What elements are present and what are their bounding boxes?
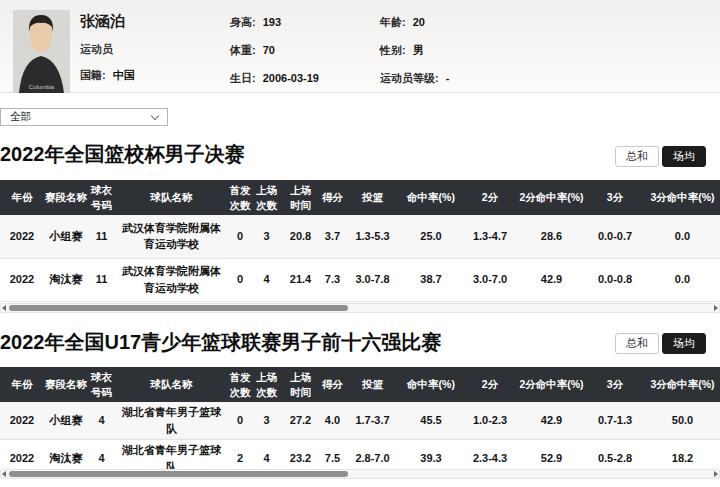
scrollbar-thumb[interactable]	[9, 305, 348, 311]
table-cell: 28.6	[518, 215, 585, 258]
column-header: 赛段名称	[44, 367, 88, 402]
table-cell: 20.8	[281, 215, 320, 258]
column-header: 命中率(%)	[400, 367, 462, 402]
table-cell: 0.0-0.8	[585, 258, 645, 301]
column-header: 上场 次数	[252, 367, 281, 402]
table-cell: 3	[252, 215, 281, 258]
table-cell: 淘汰赛	[44, 258, 88, 301]
per-game-toggle-button[interactable]: 场均	[662, 146, 706, 167]
field-label: 国籍:	[80, 69, 106, 81]
table-cell: 4.0	[320, 402, 345, 440]
scroll-left-arrow[interactable]	[2, 471, 6, 477]
table-cell: 武汉体育学院附属体育运动学校	[115, 258, 228, 301]
profile-field-gender: 性别:男	[380, 43, 449, 58]
profile-field-athlete-level: 运动员等级:-	[380, 71, 449, 86]
stat-mode-toggle-1: 总和 场均	[615, 146, 706, 167]
column-header: 首发 次数	[228, 180, 252, 215]
scroll-left-arrow[interactable]	[2, 305, 6, 311]
player-photo-image: Columbia	[13, 10, 70, 93]
column-header: 球队名称	[115, 367, 228, 402]
scroll-right-arrow[interactable]	[714, 305, 718, 311]
table-cell: 3.7	[320, 215, 345, 258]
player-role: 运动员	[80, 42, 135, 57]
table-cell: 3	[252, 402, 281, 440]
column-header: 首发 次数	[228, 367, 252, 402]
table-cell: 1.0-2.3	[462, 402, 518, 440]
table-cell: 0	[228, 215, 252, 258]
field-label: 年龄:	[380, 16, 406, 28]
profile-field-age: 年龄:20	[380, 15, 449, 30]
field-label: 运动员等级:	[380, 72, 439, 84]
profile-stats-col-1: 身高:193 体重:70 生日:2006-03-19	[230, 15, 319, 86]
table-cell: 3.0-7.0	[462, 258, 518, 301]
filter-selected-value: 全部	[10, 110, 31, 124]
column-header: 上场 时间	[281, 180, 320, 215]
column-header: 3分	[585, 367, 645, 402]
column-header: 上场 次数	[252, 180, 281, 215]
table-row: 2022淘汰赛11武汉体育学院附属体育运动学校0421.47.33.0-7.83…	[0, 258, 720, 301]
table-cell: 0.0-0.7	[585, 215, 645, 258]
field-label: 身高:	[230, 16, 256, 28]
field-value: 20	[413, 16, 425, 28]
column-header: 3分	[585, 180, 645, 215]
column-header: 2分命中率(%)	[518, 180, 585, 215]
table-cell: 42.9	[518, 258, 585, 301]
column-header: 球衣 号码	[88, 180, 115, 215]
table-cell: 1.7-3.7	[345, 402, 400, 440]
table-cell: 11	[88, 215, 115, 258]
table-cell: 0	[228, 258, 252, 301]
field-value: 70	[263, 44, 275, 56]
column-header: 投篮	[345, 367, 400, 402]
column-header: 2分命中率(%)	[518, 367, 585, 402]
field-label: 生日:	[230, 72, 256, 84]
horizontal-scrollbar-1[interactable]	[0, 303, 720, 313]
profile-field-birthday: 生日:2006-03-19	[230, 71, 319, 86]
sum-toggle-button[interactable]: 总和	[615, 146, 659, 167]
table-cell: 38.7	[400, 258, 462, 301]
table-cell: 27.2	[281, 402, 320, 440]
chevron-down-icon	[151, 111, 159, 119]
column-header: 得分	[320, 367, 345, 402]
scroll-right-arrow[interactable]	[714, 471, 718, 477]
table-cell: 21.4	[281, 258, 320, 301]
per-game-toggle-button[interactable]: 场均	[662, 333, 706, 354]
column-header: 上场 时间	[281, 367, 320, 402]
player-photo: Columbia	[13, 10, 70, 93]
field-value: 中国	[113, 69, 135, 81]
section-title-2: 2022年全国U17青少年篮球联赛男子前十六强比赛	[0, 329, 620, 356]
sum-toggle-button[interactable]: 总和	[615, 333, 659, 354]
table-cell: 2022	[0, 402, 44, 440]
field-label: 性别:	[380, 44, 406, 56]
column-header: 2分	[462, 180, 518, 215]
table-cell: 0.7-1.3	[585, 402, 645, 440]
column-header: 得分	[320, 180, 345, 215]
column-header: 赛段名称	[44, 180, 88, 215]
column-header: 球衣 号码	[88, 367, 115, 402]
table-cell: 11	[88, 258, 115, 301]
column-header: 2分	[462, 367, 518, 402]
scrollbar-thumb[interactable]	[9, 471, 348, 477]
table-cell: 1.3-4.7	[462, 215, 518, 258]
table-cell: 2022	[0, 215, 44, 258]
player-name: 张涵泊	[80, 12, 135, 31]
profile-field-weight: 体重:70	[230, 43, 319, 58]
table-row: 2022小组赛11武汉体育学院附属体育运动学校0320.83.71.3-5.32…	[0, 215, 720, 258]
table-header-row: 年份赛段名称球衣 号码球队名称首发 次数上场 次数上场 时间得分投篮命中率(%)…	[0, 180, 720, 215]
table-header-row: 年份赛段名称球衣 号码球队名称首发 次数上场 次数上场 时间得分投篮命中率(%)…	[0, 367, 720, 402]
table-cell: 1.3-5.3	[345, 215, 400, 258]
table-cell: 0.0	[645, 215, 720, 258]
table-cell: 小组赛	[44, 402, 88, 440]
table-cell: 42.9	[518, 402, 585, 440]
column-header: 年份	[0, 367, 44, 402]
photo-brand-text: Columbia	[29, 84, 55, 90]
stats-table-2: 年份赛段名称球衣 号码球队名称首发 次数上场 次数上场 时间得分投篮命中率(%)…	[0, 367, 720, 478]
field-value: 男	[413, 44, 424, 56]
table-row: 2022小组赛4湖北省青年男子篮球队0327.24.01.7-3.745.51.…	[0, 402, 720, 440]
field-value: 193	[263, 16, 281, 28]
profile-header: Columbia 张涵泊 运动员 国籍:中国 身高:193 体重:70 生日:2…	[0, 0, 720, 93]
competition-filter-select[interactable]: 全部	[0, 108, 168, 126]
column-header: 投篮	[345, 180, 400, 215]
table-cell: 7.3	[320, 258, 345, 301]
horizontal-scrollbar-2[interactable]	[0, 469, 720, 479]
field-value: 2006-03-19	[263, 72, 319, 84]
